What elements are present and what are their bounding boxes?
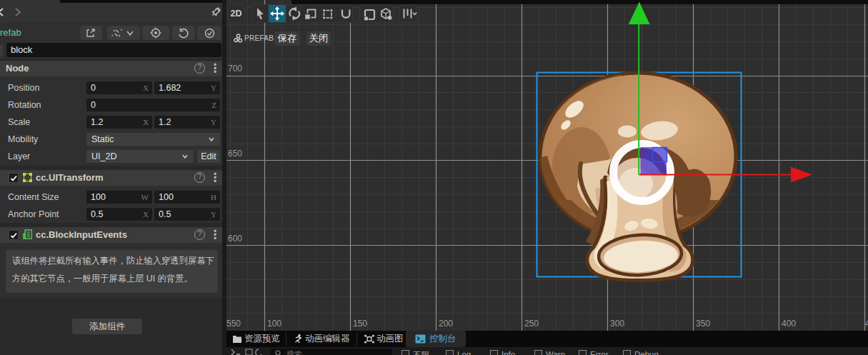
svg-text:250: 250 [524, 319, 539, 329]
svg-text:350: 350 [696, 319, 710, 329]
svg-text:650: 650 [228, 149, 242, 159]
svg-text:300: 300 [610, 319, 624, 329]
svg-text:100: 100 [267, 319, 281, 329]
svg-text:700: 700 [228, 64, 242, 74]
svg-text:150: 150 [353, 319, 367, 329]
svg-text:200: 200 [439, 319, 453, 329]
svg-text:550: 550 [226, 319, 241, 329]
svg-text:600: 600 [228, 234, 242, 244]
svg-text:400: 400 [782, 319, 796, 329]
svg-text:45: 45 [865, 319, 868, 329]
